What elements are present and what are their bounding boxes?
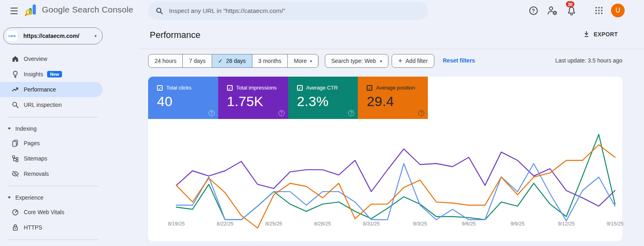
hamburger-menu-icon[interactable]: [9, 6, 19, 15]
chip-label: 7 days: [189, 58, 205, 64]
metric-value: 2.3%: [297, 94, 358, 109]
x-axis-tick-label: 9/9/25: [510, 221, 524, 227]
chart-line-average-ctr: [176, 134, 615, 220]
export-button[interactable]: EXPORT: [583, 31, 618, 38]
metric-label: Total impressions: [236, 85, 277, 91]
help-icon[interactable]: ?: [279, 110, 285, 116]
sidebar-item-label: HTTPS: [24, 224, 42, 231]
performance-chart[interactable]: 8/19/258/22/258/25/258/28/258/31/259/3/2…: [148, 119, 622, 241]
x-axis-tick-label: 8/28/25: [314, 221, 331, 227]
sidebar-item-label: Insights: [24, 71, 43, 77]
checkbox-checked-icon[interactable]: ✓: [227, 85, 233, 91]
sidebar-item-https[interactable]: HTTPS: [0, 220, 103, 235]
search-type-filter[interactable]: Search type: Web ▾: [325, 54, 388, 68]
performance-panel: ✓ Total clicks 40 ? ✓ Total impressions …: [148, 77, 622, 241]
sidebar-item-removals[interactable]: Removals: [0, 166, 103, 181]
notification-count-badge: 30: [566, 1, 574, 7]
notifications-button[interactable]: 30: [565, 4, 578, 17]
filter-label: Search type: Web: [331, 58, 376, 64]
magnifier-icon: [11, 101, 19, 109]
user-settings-button[interactable]: [546, 4, 559, 17]
metric-card-average-ctr[interactable]: ✓ Average CTR 2.3% ?: [288, 77, 358, 119]
metric-value: 29.4: [367, 94, 428, 109]
metric-card-average-position[interactable]: ✓ Average position 29.4 ?: [358, 77, 428, 119]
sidebar-item-performance[interactable]: Performance: [0, 82, 103, 97]
metric-label: Average position: [376, 85, 415, 91]
url-inspect-input[interactable]: [169, 7, 421, 15]
chip-label: 3 months: [258, 58, 282, 64]
chip-label: 24 hours: [155, 58, 176, 64]
date-chip-24-hours[interactable]: 24 hours: [149, 54, 182, 67]
sidebar-divider: [8, 117, 98, 117]
collapse-caret-icon: [7, 196, 11, 199]
x-axis-tick-label: 8/19/25: [168, 221, 185, 227]
search-icon: [155, 7, 163, 15]
x-axis-tick-label: 9/3/25: [413, 221, 427, 227]
eye-off-icon: [11, 170, 19, 178]
help-icon: ?: [529, 6, 538, 15]
plus-icon: +: [398, 57, 402, 65]
metric-card-total-clicks[interactable]: ✓ Total clicks 40 ?: [148, 77, 218, 119]
url-inspect-searchbar[interactable]: [148, 2, 428, 20]
account-avatar[interactable]: U: [611, 4, 625, 17]
sidebar-divider: [8, 240, 98, 240]
help-button[interactable]: ?: [527, 4, 540, 17]
card-label-row: ✓ Average position: [367, 85, 428, 91]
x-axis-tick-label: 9/12/25: [558, 221, 575, 227]
x-axis-tick-label: 8/31/25: [363, 221, 380, 227]
chip-label: 28 days: [226, 58, 246, 64]
metric-value: 1.75K: [227, 94, 288, 109]
x-axis-tick-label: 8/25/25: [265, 221, 282, 227]
export-label: EXPORT: [594, 31, 618, 38]
apps-grid-icon: [594, 6, 603, 15]
sidebar-item-core-web-vitals[interactable]: Core Web Vitals: [0, 204, 103, 220]
sidebar-item-pages[interactable]: Pages: [0, 136, 103, 151]
date-range-chip-group: 24 hours 7 days ✓ 28 days 3 months More …: [148, 54, 318, 68]
google-search-console-app: Google Search Console ? 30: [0, 0, 644, 246]
page-title: Performance: [150, 30, 200, 40]
sidebar-item-label: Performance: [24, 86, 56, 93]
card-label-row: ✓ Total impressions: [227, 85, 288, 91]
google-apps-button[interactable]: [592, 4, 605, 17]
search-console-logo-icon: [25, 3, 38, 16]
help-icon[interactable]: ?: [418, 110, 424, 116]
reset-filters-link[interactable]: Reset filters: [443, 57, 475, 64]
date-chip-7-days[interactable]: 7 days: [182, 54, 211, 67]
checkbox-checked-icon[interactable]: ✓: [157, 85, 163, 91]
help-icon[interactable]: ?: [348, 110, 354, 116]
sidebar-item-label: Core Web Vitals: [24, 209, 64, 215]
sidebar-section-indexing[interactable]: Indexing: [0, 122, 103, 136]
metric-card-total-impressions[interactable]: ✓ Total impressions 1.75K ?: [218, 77, 288, 119]
checkbox-checked-icon[interactable]: ✓: [297, 85, 303, 91]
x-axis-tick-label: 9/6/25: [462, 221, 476, 227]
app-logo: Google Search Console: [25, 3, 133, 16]
header-divider: [139, 49, 644, 49]
add-filter-button[interactable]: + Add filter: [392, 54, 434, 68]
metric-value: 40: [157, 94, 218, 109]
date-chip-3-months[interactable]: 3 months: [252, 54, 288, 67]
filter-label: Add filter: [406, 58, 428, 64]
checkbox-checked-icon[interactable]: ✓: [367, 85, 372, 91]
chart-line-total-impressions: [176, 149, 615, 206]
date-chip-more[interactable]: More ▾: [287, 54, 318, 67]
x-axis-tick-label: 9/15/25: [607, 221, 623, 227]
sidebar-item-label: Overview: [24, 56, 47, 62]
date-chip-28-days[interactable]: ✓ 28 days: [212, 54, 252, 67]
sidebar-item-label: Pages: [24, 140, 40, 146]
help-icon[interactable]: ?: [208, 110, 215, 116]
sidebar-item-insights[interactable]: Insights New: [0, 67, 103, 82]
sidebar-item-url-inspection[interactable]: URL inspection: [0, 97, 103, 113]
trend-up-icon: [11, 85, 19, 94]
property-selector[interactable]: CATA https://cataecm.com/ ▾: [3, 27, 103, 44]
x-axis-tick-label: 8/22/25: [217, 221, 233, 227]
person-gear-icon: [547, 5, 558, 16]
sidebar-item-sitemaps[interactable]: Sitemaps: [0, 151, 103, 166]
sidebar-section-experience[interactable]: Experience: [0, 191, 103, 204]
property-url: https://cataecm.com/: [23, 33, 94, 39]
sidebar-item-overview[interactable]: Overview: [0, 51, 103, 67]
section-label: Indexing: [15, 125, 37, 132]
sidebar-divider: [8, 186, 98, 186]
sidebar-item-label: URL inspection: [24, 102, 62, 108]
card-label-row: ✓ Average CTR: [297, 85, 358, 91]
section-label: Experience: [15, 194, 43, 201]
